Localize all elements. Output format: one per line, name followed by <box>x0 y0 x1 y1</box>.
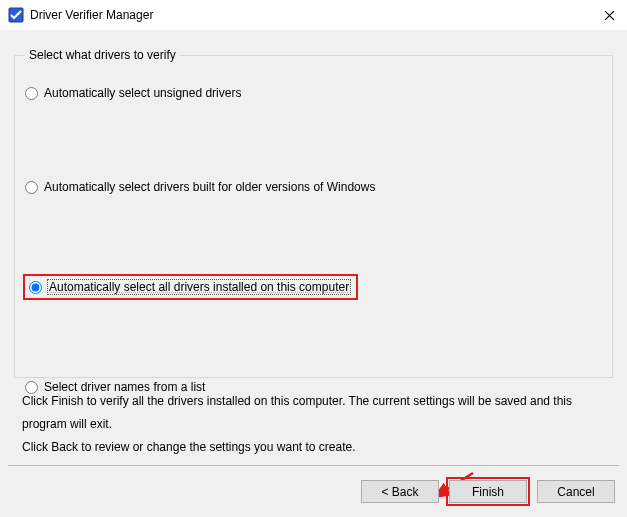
info-line-2: Click Back to review or change the setti… <box>22 436 605 459</box>
option-label: Select driver names from a list <box>44 380 205 394</box>
option-label: Automatically select unsigned drivers <box>44 86 241 100</box>
app-icon <box>8 7 24 23</box>
drivers-group: Select what drivers to verify Automatica… <box>14 48 613 378</box>
close-icon <box>604 10 615 21</box>
info-line-1: Click Finish to verify all the drivers i… <box>22 390 605 436</box>
option-from-list[interactable]: Select driver names from a list <box>25 380 604 394</box>
radio-all-drivers[interactable] <box>29 281 42 294</box>
close-button[interactable] <box>597 4 621 26</box>
option-unsigned-drivers[interactable]: Automatically select unsigned drivers <box>25 86 604 100</box>
separator <box>8 465 619 466</box>
group-legend: Select what drivers to verify <box>25 48 180 62</box>
button-row: < Back Finish Cancel <box>8 480 619 503</box>
option-older-windows[interactable]: Automatically select drivers built for o… <box>25 180 604 194</box>
highlight-box: Automatically select all drivers install… <box>23 274 358 300</box>
titlebar: Driver Verifier Manager <box>0 0 627 30</box>
window-title: Driver Verifier Manager <box>30 8 153 22</box>
option-label: Automatically select all drivers install… <box>48 280 350 294</box>
footer: < Back Finish Cancel <box>8 465 619 503</box>
dialog-content: Select what drivers to verify Automatica… <box>0 30 627 517</box>
cancel-button[interactable]: Cancel <box>537 480 615 503</box>
back-button[interactable]: < Back <box>361 480 439 503</box>
info-text: Click Finish to verify all the drivers i… <box>14 390 613 458</box>
radio-from-list[interactable] <box>25 381 38 394</box>
option-label: Automatically select drivers built for o… <box>44 180 375 194</box>
radio-unsigned[interactable] <box>25 87 38 100</box>
finish-button[interactable]: Finish <box>449 480 527 503</box>
radio-older-windows[interactable] <box>25 181 38 194</box>
